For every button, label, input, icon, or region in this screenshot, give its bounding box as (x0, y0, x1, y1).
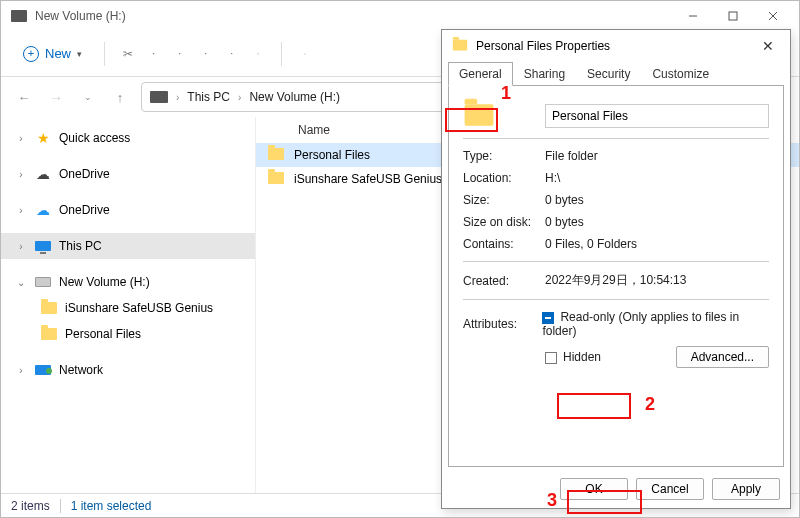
label-location: Location: (463, 171, 545, 185)
ok-button[interactable]: OK (560, 478, 628, 500)
value-size-on-disk: 0 bytes (545, 215, 584, 229)
folder-icon (268, 172, 284, 187)
value-size: 0 bytes (545, 193, 584, 207)
sidebar-item-quick-access[interactable]: › ★ Quick access (1, 125, 255, 151)
new-button-label: New (45, 46, 71, 61)
checkbox-partial-icon (542, 312, 554, 324)
tab-panel-general: Type:File folder Location:H:\ Size:0 byt… (448, 85, 784, 467)
address-bar[interactable]: › This PC › New Volume (H:) ⌄ (141, 82, 461, 112)
cut-icon[interactable]: ✂ (119, 45, 137, 63)
breadcrumb-root[interactable]: This PC (187, 90, 230, 104)
sidebar-item-onedrive-local[interactable]: › ☁ OneDrive (1, 161, 255, 187)
close-button[interactable]: ✕ (754, 38, 782, 54)
chevron-right-icon: › (15, 169, 27, 180)
value-location: H:\ (545, 171, 560, 185)
sidebar-item-label: OneDrive (59, 203, 110, 217)
checkbox-empty-icon (545, 352, 557, 364)
tab-label: Customize (652, 67, 709, 81)
folder-icon (41, 326, 57, 342)
properties-tabs: General Sharing Security Customize (442, 62, 790, 86)
rename-icon[interactable] (197, 45, 215, 63)
sidebar-item-label: iSunshare SafeUSB Genius (65, 301, 213, 315)
label-type: Type: (463, 149, 545, 163)
recent-dropdown-icon[interactable]: ⌄ (77, 92, 99, 102)
svg-rect-8 (205, 53, 206, 54)
sidebar-item-volume[interactable]: ⌄ New Volume (H:) (1, 269, 255, 295)
paste-icon[interactable] (171, 45, 189, 63)
value-contains: 0 Files, 0 Folders (545, 237, 637, 251)
breadcrumb-segment[interactable]: New Volume (H:) (249, 90, 340, 104)
sidebar-item-label: OneDrive (59, 167, 110, 181)
minimize-button[interactable] (673, 1, 713, 31)
sidebar-item-label: Network (59, 363, 103, 377)
sidebar: › ★ Quick access › ☁ OneDrive › ☁ OneDri… (1, 117, 256, 493)
network-icon (35, 362, 51, 378)
copy-icon[interactable] (145, 45, 163, 63)
chevron-down-icon: ⌄ (15, 277, 27, 288)
forward-button[interactable]: → (45, 90, 67, 105)
readonly-checkbox[interactable]: Read-only (Only applies to files in fold… (542, 310, 769, 338)
tab-sharing[interactable]: Sharing (513, 62, 576, 86)
drive-icon (35, 274, 51, 290)
star-icon: ★ (35, 130, 51, 146)
sidebar-item-child[interactable]: iSunshare SafeUSB Genius (1, 295, 255, 321)
tab-security[interactable]: Security (576, 62, 641, 86)
label-size: Size: (463, 193, 545, 207)
sidebar-item-child[interactable]: Personal Files (1, 321, 255, 347)
properties-titlebar[interactable]: Personal Files Properties ✕ (442, 30, 790, 62)
label-created: Created: (463, 274, 545, 288)
label-size-on-disk: Size on disk: (463, 215, 545, 229)
drive-icon (150, 91, 168, 103)
sort-icon[interactable] (296, 45, 314, 63)
value-created: 2022年9月29日，10:54:13 (545, 272, 686, 289)
window-controls (673, 1, 793, 31)
status-separator (60, 499, 61, 513)
chevron-right-icon: › (15, 205, 27, 216)
chevron-right-icon: › (15, 241, 27, 252)
back-button[interactable]: ← (13, 90, 35, 105)
column-name[interactable]: Name (298, 123, 330, 137)
hidden-label: Hidden (563, 350, 601, 364)
sidebar-item-label: This PC (59, 239, 102, 253)
advanced-button[interactable]: Advanced... (676, 346, 769, 368)
sidebar-item-this-pc[interactable]: › This PC (1, 233, 255, 259)
dialog-buttons: OK Cancel Apply (560, 478, 780, 500)
cloud-outline-icon: ☁ (35, 166, 51, 182)
new-button[interactable]: + New ▾ (15, 42, 90, 66)
chevron-right-icon: › (15, 365, 27, 376)
chevron-right-icon: › (15, 133, 27, 144)
delete-icon[interactable] (249, 45, 267, 63)
monitor-icon (35, 238, 51, 254)
sidebar-item-label: New Volume (H:) (59, 275, 150, 289)
tab-label: Security (587, 67, 630, 81)
apply-button[interactable]: Apply (712, 478, 780, 500)
folder-name-input[interactable] (545, 104, 769, 128)
tab-customize[interactable]: Customize (641, 62, 720, 86)
tab-label: Sharing (524, 67, 565, 81)
cloud-icon: ☁ (35, 202, 51, 218)
folder-large-icon (463, 109, 545, 124)
hidden-checkbox[interactable]: Hidden (545, 350, 601, 364)
tab-general[interactable]: General (448, 62, 513, 86)
svg-rect-5 (154, 53, 155, 54)
sidebar-item-network[interactable]: › Network (1, 357, 255, 383)
toolbar-separator (281, 42, 282, 66)
label-contains: Contains: (463, 237, 545, 251)
share-icon[interactable] (223, 45, 241, 63)
list-item-label: Personal Files (294, 148, 370, 162)
readonly-label: Read-only (Only applies to files in fold… (542, 310, 739, 338)
status-item-count: 2 items (11, 499, 50, 513)
drive-volume-icon (11, 10, 27, 22)
close-button[interactable] (753, 1, 793, 31)
folder-icon (453, 39, 467, 53)
sidebar-item-onedrive-cloud[interactable]: › ☁ OneDrive (1, 197, 255, 223)
properties-dialog: Personal Files Properties ✕ General Shar… (441, 29, 791, 509)
sidebar-item-label: Personal Files (65, 327, 141, 341)
maximize-button[interactable] (713, 1, 753, 31)
sidebar-item-label: Quick access (59, 131, 130, 145)
chevron-right-icon: › (176, 92, 179, 103)
status-selected-count: 1 item selected (71, 499, 152, 513)
up-button[interactable]: ↑ (109, 90, 131, 105)
cancel-button[interactable]: Cancel (636, 478, 704, 500)
nav-arrows: ← → ⌄ ↑ (11, 90, 133, 105)
